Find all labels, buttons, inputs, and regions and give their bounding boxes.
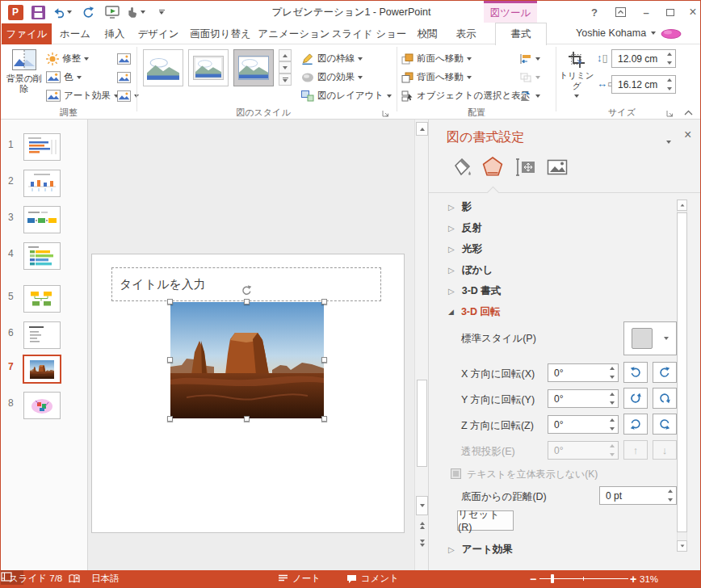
slide-thumbnail-2[interactable] [23, 170, 61, 197]
picture-style-1[interactable] [143, 49, 183, 86]
tab-transitions[interactable]: 画面切り替え [183, 23, 258, 44]
rotate-y-up-button[interactable] [623, 388, 648, 409]
comments-button[interactable]: コメント [346, 570, 399, 587]
spellcheck-button[interactable] [69, 570, 80, 587]
resize-handle-bottom-left[interactable] [167, 416, 173, 422]
touch-mode-button[interactable] [122, 3, 149, 21]
resize-handle-top-left[interactable] [167, 299, 173, 304]
slide-canvas[interactable]: タイトルを入力 [91, 254, 405, 533]
pane-scroll-up-button[interactable] [677, 200, 687, 211]
zoom-level[interactable]: 31% [640, 570, 658, 587]
app-icon[interactable]: P [6, 3, 25, 21]
resize-handle-top-right[interactable] [321, 299, 327, 304]
pane-scrollbar-thumb[interactable] [677, 212, 687, 532]
z-rotation-input[interactable]: 0° [548, 415, 619, 434]
color-button[interactable]: 色 [46, 68, 82, 86]
zoom-slider-thumb[interactable] [551, 574, 554, 583]
slide-thumbnail-1[interactable] [23, 133, 61, 161]
compress-picture-button[interactable] [117, 49, 131, 68]
context-tab-group[interactable]: 図ツール [484, 1, 537, 23]
resize-handle-bottom-right[interactable] [321, 416, 327, 422]
section-shadow[interactable]: ▷ 影 [448, 197, 472, 216]
picture-style-2[interactable] [188, 49, 229, 86]
distance-input[interactable]: 0 pt [599, 486, 677, 505]
redo-button[interactable] [78, 3, 98, 21]
picture-style-3-selected[interactable] [233, 49, 274, 86]
crop-button[interactable]: トリミング [558, 48, 595, 106]
align-button[interactable] [519, 49, 540, 68]
rotate-button[interactable] [519, 86, 540, 105]
picture-border-button[interactable]: 図の枠線 [301, 49, 363, 68]
section-soft-edges[interactable]: ▷ ぼかし [448, 260, 493, 279]
pane-scroll-down-button[interactable] [677, 540, 687, 552]
slide-thumbnail-4[interactable] [23, 242, 61, 270]
scroll-down-button[interactable] [416, 496, 428, 515]
notes-button[interactable]: ノート [278, 570, 321, 587]
zoom-in-button[interactable]: + [630, 570, 636, 587]
language-button[interactable]: 日本語 [91, 570, 120, 587]
rotate-y-down-button[interactable] [653, 388, 677, 409]
selection-pane-button[interactable]: オブジェクトの選択と表示 [401, 86, 530, 105]
rotate-z-counterclockwise-button[interactable] [623, 414, 648, 435]
scrollbar-thumb[interactable] [417, 380, 427, 467]
send-backward-button[interactable]: 背面へ移動 [401, 68, 472, 86]
corrections-button[interactable]: 修整 [46, 49, 89, 68]
tab-view[interactable]: 表示 [447, 23, 485, 44]
artistic-effects-button[interactable]: アート効果 [46, 86, 119, 105]
undo-button[interactable] [49, 3, 73, 21]
previous-slide-button[interactable] [417, 522, 427, 529]
gallery-scroll-up-button[interactable] [279, 49, 292, 61]
resize-handle-middle-left[interactable] [167, 357, 173, 363]
picture-effects-button[interactable]: 図の効果 [301, 68, 363, 86]
qat-customize-button[interactable] [154, 3, 169, 21]
rotate-z-clockwise-button[interactable] [653, 414, 677, 435]
rotation-handle[interactable] [241, 284, 253, 300]
scroll-up-button[interactable] [416, 122, 428, 136]
pane-close-button[interactable]: × [684, 128, 691, 142]
close-button[interactable]: × [682, 2, 701, 22]
tab-size-properties[interactable] [513, 155, 537, 183]
gallery-scroll-down-button[interactable] [279, 61, 292, 74]
change-picture-button[interactable] [117, 68, 131, 86]
section-artistic-effects[interactable]: ▷ アート効果 [448, 540, 513, 559]
resize-handle-bottom-middle[interactable] [244, 416, 250, 422]
shape-height-input[interactable]: 12.09 cm [611, 49, 676, 68]
reset-button[interactable]: リセット(R) [457, 510, 514, 531]
section-reflection[interactable]: ▷ 反射 [448, 218, 482, 237]
collapse-ribbon-button[interactable] [684, 104, 693, 119]
tab-review[interactable]: 校閲 [408, 23, 447, 44]
resize-handle-top-middle[interactable] [244, 299, 250, 304]
tab-picture[interactable] [545, 155, 569, 183]
bring-forward-button[interactable]: 前面へ移動 [401, 49, 472, 68]
slide-thumbnail-7-selected[interactable] [23, 355, 61, 384]
preset-dropdown[interactable] [623, 321, 677, 355]
save-button[interactable] [28, 3, 48, 21]
tab-animations[interactable]: アニメーション [258, 23, 330, 44]
zoom-out-button[interactable]: − [530, 570, 536, 587]
start-slideshow-button[interactable] [103, 3, 122, 21]
reset-picture-button[interactable] [117, 86, 139, 105]
next-slide-button[interactable] [417, 540, 427, 547]
pane-options-button[interactable] [666, 132, 671, 147]
minimize-button[interactable]: – [636, 2, 657, 22]
rotate-x-left-button[interactable] [623, 362, 648, 383]
tab-insert[interactable]: 挿入 [96, 23, 133, 44]
help-button[interactable]: ? [584, 2, 605, 22]
tab-slideshow[interactable]: スライド ショー [330, 23, 408, 44]
y-rotation-input[interactable]: 0° [548, 389, 619, 408]
maximize-button[interactable] [660, 2, 681, 22]
user-account[interactable]: Yoshie Kohama [576, 27, 682, 39]
slide-thumbnail-6[interactable] [23, 321, 61, 349]
ribbon-display-options-button[interactable] [610, 2, 631, 22]
tab-effects-selected[interactable] [481, 155, 505, 183]
section-3d-format[interactable]: ▷ 3-D 書式 [448, 281, 501, 300]
shape-width-input[interactable]: 16.12 cm [611, 75, 676, 94]
slide-thumbnail-3[interactable] [23, 206, 61, 233]
section-3d-rotation-expanded[interactable]: ◢ 3-D 回転 [448, 302, 501, 321]
gallery-more-button[interactable] [279, 74, 292, 86]
tab-home[interactable]: ホーム [54, 23, 96, 44]
remove-background-button[interactable]: 背景の削除 [6, 48, 43, 106]
slide-thumbnail-5[interactable] [23, 285, 61, 313]
picture-layout-button[interactable]: 図のレイアウト [301, 86, 392, 105]
tab-format[interactable]: 書式 [495, 23, 547, 45]
